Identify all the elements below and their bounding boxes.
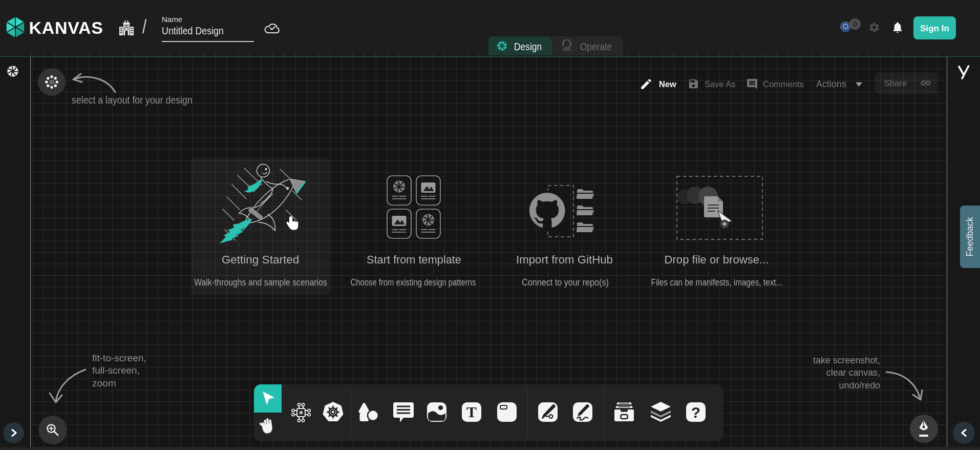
svg-text:Walk-throughs and sample scena: Walk-throughs and sample scenarios: [194, 277, 327, 288]
svg-text:Choose from existing design pa: Choose from existing design patterns: [351, 277, 476, 287]
svg-text:full-screen,: full-screen,: [92, 365, 140, 376]
svg-text:Feedback: Feedback: [965, 217, 975, 256]
svg-text:0: 0: [853, 19, 857, 28]
svg-text:T: T: [466, 403, 477, 420]
svg-text:clear canvas,: clear canvas,: [826, 367, 880, 378]
svg-text:select a layout for your desig: select a layout for your design: [72, 94, 193, 106]
svg-text:Connect to your repo(s): Connect to your repo(s): [522, 278, 609, 288]
svg-text:zoom: zoom: [92, 378, 116, 388]
svg-text:Actions: Actions: [816, 79, 846, 89]
svg-text:Drop file or browse...: Drop file or browse...: [665, 253, 769, 266]
svg-text:KANVAS: KANVAS: [29, 18, 103, 37]
svg-text:Operate: Operate: [580, 41, 612, 53]
svg-text:Design: Design: [514, 41, 542, 52]
svg-text:Save As: Save As: [705, 79, 736, 89]
svg-text:Comments: Comments: [763, 79, 804, 89]
svg-text:?: ?: [691, 404, 700, 421]
svg-text:Untitled Design: Untitled Design: [162, 25, 224, 37]
svg-text:Share: Share: [884, 78, 907, 88]
svg-text:Sign In: Sign In: [920, 24, 949, 33]
svg-text:undo/redo: undo/redo: [839, 379, 880, 391]
svg-text:Name: Name: [162, 15, 182, 24]
svg-text:Files can be manifests, images: Files can be manifests, images, text...: [651, 277, 783, 287]
svg-text:fit-to-screen,: fit-to-screen,: [92, 353, 146, 363]
svg-text:Import from GitHub: Import from GitHub: [516, 253, 613, 266]
svg-text:New: New: [659, 79, 676, 89]
svg-text:/: /: [142, 15, 147, 37]
svg-text:Start from template: Start from template: [367, 253, 461, 265]
svg-text:take screenshot,: take screenshot,: [813, 354, 880, 365]
svg-text:Getting Started: Getting Started: [222, 253, 299, 266]
